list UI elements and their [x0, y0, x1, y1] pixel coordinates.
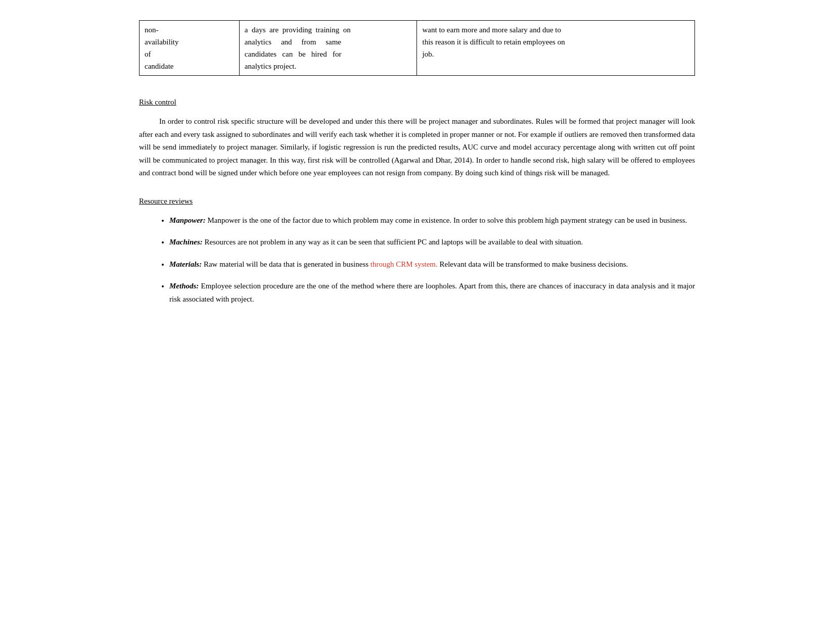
materials-label: Materials:: [169, 260, 202, 268]
list-item-materials: Materials: Raw material will be data tha…: [169, 258, 695, 271]
table-cell-col1-row1: non-availabilityofcandidate: [140, 21, 240, 76]
risk-control-heading: Risk control: [139, 96, 695, 108]
methods-label: Methods:: [169, 282, 199, 290]
materials-text-after: Relevant data will be transformed to mak…: [438, 260, 628, 268]
table-cell-col3-row1: want to earn more and more salary and du…: [417, 21, 695, 76]
list-item-methods: Methods: Employee selection procedure ar…: [169, 280, 695, 306]
materials-text-before: Raw material will be data that is genera…: [202, 260, 370, 268]
methods-text: Employee selection procedure are the one…: [169, 282, 695, 303]
list-item-manpower: Manpower: Manpower is the one of the fac…: [169, 214, 695, 227]
machines-label: Machines:: [169, 238, 203, 246]
table-row-1: non-availabilityofcandidate a days are p…: [140, 21, 695, 76]
resource-reviews-section: Resource reviews Manpower: Manpower is t…: [139, 195, 695, 306]
resource-reviews-heading: Resource reviews: [139, 195, 695, 207]
page-content: non-availabilityofcandidate a days are p…: [139, 20, 695, 306]
risk-control-section: Risk control In order to control risk sp…: [139, 96, 695, 180]
machines-text: Resources are not problem in any way as …: [203, 238, 583, 246]
crm-link-text: through CRM system.: [370, 260, 438, 268]
list-item-machines: Machines: Resources are not problem in a…: [169, 236, 695, 249]
manpower-text: Manpower is the one of the factor due to…: [206, 216, 687, 224]
table-cell-col2-row1: a days are providing training on analyti…: [239, 21, 417, 76]
content-table: non-availabilityofcandidate a days are p…: [139, 20, 695, 76]
risk-control-paragraph: In order to control risk specific struct…: [139, 115, 695, 180]
manpower-label: Manpower:: [169, 216, 206, 224]
resource-reviews-list: Manpower: Manpower is the one of the fac…: [169, 214, 695, 306]
